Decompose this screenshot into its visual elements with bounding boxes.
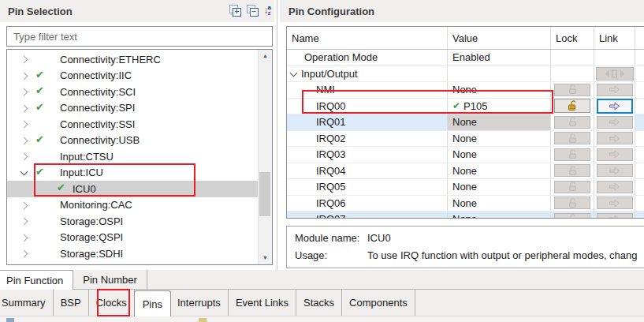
- config-row-operation-mode[interactable]: Operation ModeEnabled: [287, 50, 644, 66]
- tree-item-connectivity-spi[interactable]: ✔Connectivity:SPI: [7, 100, 259, 117]
- config-value: None: [452, 165, 477, 177]
- annotation-red-box-icu: [34, 163, 195, 197]
- config-row-input-output[interactable]: Input/Output: [287, 66, 644, 83]
- name-cell: IRQ05: [287, 179, 448, 195]
- chevron-collapsed-icon[interactable]: [20, 234, 28, 242]
- chevron-collapsed-icon[interactable]: [20, 72, 28, 80]
- config-row-irq04[interactable]: IRQ04None: [287, 163, 644, 180]
- editor-tab-bsp[interactable]: BSP: [54, 289, 89, 316]
- pin-configuration-header: Pin Configuration: [280, 0, 644, 22]
- link-arrow-button-disabled: [597, 132, 633, 144]
- tree-item-storage-qspi[interactable]: Storage:QSPI: [7, 230, 259, 246]
- pin-selection-header: Pin Selection + − ↓az: [0, 0, 274, 22]
- check-icon: ✔: [35, 101, 44, 113]
- tree-item-label: Connectivity:ETHERC: [60, 54, 161, 66]
- value-cell[interactable]: None: [448, 163, 551, 179]
- editor-tab-interrupts[interactable]: Interrupts: [170, 289, 229, 316]
- chevron-collapsed-icon[interactable]: [20, 153, 28, 161]
- chevron-collapsed-icon[interactable]: [20, 56, 28, 64]
- name-cell: Input/Output: [287, 66, 448, 82]
- chevron-collapsed-icon[interactable]: [20, 250, 28, 258]
- tree-item-storage-ospi[interactable]: Storage:OSPI: [7, 213, 259, 230]
- lock-cell: [551, 99, 594, 114]
- config-name-label: Operation Mode: [304, 51, 378, 63]
- link-cell: [594, 179, 635, 195]
- link-cell: [594, 114, 635, 130]
- tree-item-connectivity-iic[interactable]: ✔Connectivity:IIC: [7, 68, 259, 84]
- chevron-collapsed-icon[interactable]: [20, 201, 28, 209]
- lock-button-disabled: [554, 132, 590, 144]
- value-cell[interactable]: [448, 66, 551, 82]
- lock-button-disabled: [554, 181, 590, 193]
- lock-cell: [551, 179, 594, 195]
- column-header-name: Name: [287, 27, 448, 49]
- tree-scrollbar[interactable]: ▲ ▼: [258, 50, 272, 264]
- tree-item-connectivity-sci[interactable]: ✔Connectivity:SCI: [7, 84, 259, 100]
- value-cell[interactable]: None: [448, 147, 551, 163]
- tree-item-system-bus[interactable]: System:BUS: [7, 262, 259, 266]
- chevron-collapsed-icon[interactable]: [20, 88, 28, 96]
- tree-item-connectivity-etherc[interactable]: Connectivity:ETHERC: [7, 51, 259, 68]
- scroll-down-icon[interactable]: ▼: [259, 252, 272, 264]
- name-cell: IRQ02: [287, 131, 448, 147]
- view-tab-pin-function[interactable]: Pin Function: [0, 270, 73, 290]
- value-cell[interactable]: None: [448, 179, 551, 195]
- tree-item-connectivity-ssi[interactable]: Connectivity:SSI: [7, 116, 259, 133]
- tree-item-monitoring-cac[interactable]: Monitoring:CAC: [7, 197, 259, 214]
- config-row-irq02[interactable]: IRQ02None: [287, 131, 644, 148]
- link-cell: [594, 131, 635, 147]
- collapse-all-icon[interactable]: −: [247, 5, 259, 17]
- editor-tab-stacks[interactable]: Stacks: [296, 289, 342, 316]
- tree-item-label: Input:CTSU: [60, 151, 114, 163]
- editor-tab-pins[interactable]: Pins: [134, 290, 171, 316]
- lock-cell: [551, 212, 594, 219]
- tree-item-storage-sdhi[interactable]: Storage:SDHI: [7, 245, 259, 262]
- tree-item-label: Storage:SDHI: [60, 248, 123, 260]
- tree-item-input-ctsu[interactable]: Input:CTSU: [7, 148, 259, 165]
- link-arrow-button-focused[interactable]: [597, 99, 633, 114]
- config-row-irq01[interactable]: IRQ01None: [287, 114, 644, 131]
- scrollbar-thumb[interactable]: [259, 172, 270, 216]
- tree-item-label: Connectivity:SSI: [60, 118, 135, 130]
- value-cell[interactable]: None: [448, 212, 551, 219]
- config-name-label: Input/Output: [301, 68, 358, 80]
- tree-item-label: Storage:QSPI: [60, 231, 123, 243]
- config-row-irq05[interactable]: IRQ05None: [287, 179, 644, 196]
- expand-all-icon[interactable]: +: [229, 5, 241, 17]
- sort-az-icon[interactable]: ↓az: [264, 4, 271, 17]
- editor-tab-summary[interactable]: Summary: [0, 289, 54, 316]
- check-icon: ✔: [35, 84, 44, 96]
- panel-divider[interactable]: [277, 0, 277, 270]
- config-value: None: [452, 181, 477, 193]
- link-arrow-button-disabled: [597, 116, 633, 129]
- pin-group-nav-button[interactable]: [596, 67, 634, 80]
- chevron-expanded-icon[interactable]: [290, 69, 298, 77]
- tree-item-label: Monitoring:CAC: [60, 199, 132, 211]
- config-row-irq07[interactable]: IRQ07None: [287, 212, 644, 219]
- link-arrow-button-disabled: [597, 213, 633, 219]
- lock-button-disabled: [554, 148, 590, 161]
- editor-tab-components[interactable]: Components: [342, 289, 415, 316]
- tree-filter-input[interactable]: [6, 26, 273, 47]
- unlock-icon-button[interactable]: [554, 99, 590, 113]
- config-row-irq03[interactable]: IRQ03None: [287, 147, 644, 163]
- scroll-up-icon[interactable]: ▲: [259, 50, 272, 62]
- lock-button-disabled: [554, 84, 590, 96]
- chevron-expanded-icon[interactable]: [20, 167, 28, 175]
- value-cell[interactable]: None: [448, 131, 551, 147]
- chevron-collapsed-icon[interactable]: [20, 104, 28, 112]
- column-header-value: Value: [448, 27, 551, 49]
- check-icon: ✔: [35, 133, 44, 145]
- partial-toolbar-strip: [0, 316, 644, 322]
- value-cell[interactable]: None: [448, 196, 551, 212]
- chevron-collapsed-icon[interactable]: [20, 137, 28, 144]
- value-cell[interactable]: Enabled: [448, 50, 551, 66]
- tree-item-connectivity-usb[interactable]: ✔Connectivity:USB: [7, 133, 259, 149]
- view-tab-pin-number[interactable]: Pin Number: [73, 270, 147, 289]
- editor-tab-event-links[interactable]: Event Links: [229, 289, 296, 316]
- value-cell[interactable]: None: [448, 114, 551, 130]
- name-cell: IRQ07: [287, 212, 448, 219]
- chevron-collapsed-icon[interactable]: [20, 121, 28, 129]
- chevron-collapsed-icon[interactable]: [20, 218, 28, 226]
- config-row-irq06[interactable]: IRQ06None: [287, 196, 644, 212]
